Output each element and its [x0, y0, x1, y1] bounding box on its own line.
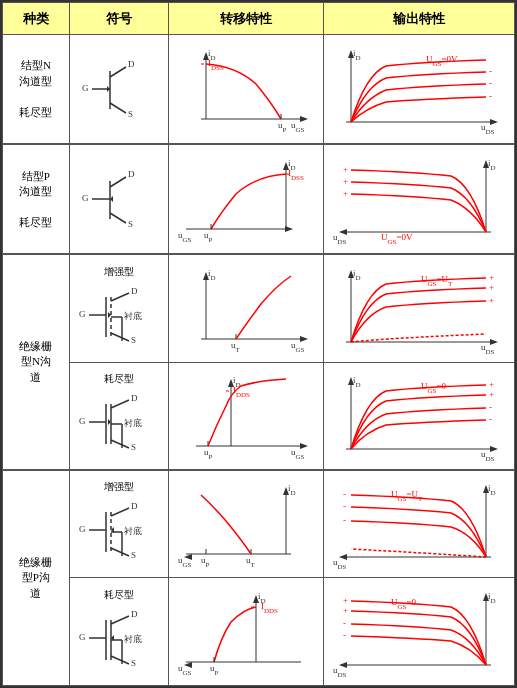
svg-text:S: S	[131, 335, 136, 345]
svg-text:-: -	[343, 630, 346, 640]
type-cell-jn: 结型N沟道型耗尽型	[3, 35, 70, 145]
svg-text:uP: uP	[204, 447, 213, 461]
svg-text:uP: uP	[278, 120, 287, 134]
svg-text:+: +	[343, 188, 348, 198]
symbol-cell-pmos-d: 耗尽型 G 衬底 D S	[69, 578, 169, 686]
svg-marker-71	[300, 336, 308, 342]
svg-text:衬底: 衬底	[124, 634, 142, 644]
output-cell-jp: iD uDS UGS=0V + + +	[323, 144, 514, 254]
svg-text:uP: uP	[204, 230, 213, 244]
svg-marker-39	[285, 226, 293, 232]
symbol-cell-nmos-d: 耗尽型 G 衬底 D S	[69, 362, 169, 470]
svg-marker-101	[300, 443, 308, 449]
main-table: 种类 符号 转移特性 输出特性 结型N沟道型耗尽型 G	[0, 0, 517, 688]
svg-marker-134	[184, 554, 192, 560]
svg-line-123	[111, 508, 129, 516]
svg-text:uGS: uGS	[291, 120, 305, 134]
svg-text:D: D	[131, 286, 138, 296]
svg-text:IDDS: IDDS	[233, 385, 250, 399]
svg-text:iD: iD	[353, 268, 361, 282]
transfer-cell-pmos-d: iD uGS IDDS uP	[169, 578, 323, 686]
svg-line-156	[111, 656, 129, 664]
svg-marker-49	[339, 229, 347, 235]
svg-text:G: G	[79, 632, 86, 642]
svg-text:+: +	[343, 176, 348, 186]
output-cell-nmos-e: iD uDS UGS=UT + + +	[323, 254, 514, 362]
svg-marker-176	[339, 662, 347, 668]
svg-text:D: D	[131, 501, 138, 511]
svg-text:uP: uP	[201, 555, 210, 569]
svg-text:uT: uT	[246, 555, 256, 569]
svg-text:uGS: uGS	[291, 447, 305, 461]
symbol-cell-jn: G D S	[69, 35, 169, 145]
svg-text:衬底: 衬底	[124, 418, 142, 428]
svg-text:IDSS: IDSS	[288, 168, 304, 182]
svg-line-155	[111, 616, 129, 624]
symbol-cell-pmos-e: 增强型 G 衬底 D S	[69, 470, 169, 578]
svg-text:-: -	[489, 78, 492, 88]
svg-text:+: +	[489, 389, 494, 399]
svg-line-31	[110, 177, 126, 187]
output-cell-nmos-d: iD uDS UGS=0 + + - -	[323, 362, 514, 470]
transfer-cell-jp: iD uGS uP IDSS	[169, 144, 323, 254]
svg-text:G: G	[79, 416, 86, 426]
svg-text:G: G	[79, 524, 86, 534]
svg-line-124	[111, 548, 129, 556]
svg-text:S: S	[128, 109, 133, 119]
svg-text:iD: iD	[208, 268, 216, 282]
header-output: 输出特性	[323, 3, 514, 35]
svg-text:-: -	[343, 515, 346, 525]
svg-text:iD: iD	[488, 158, 496, 172]
svg-line-60	[111, 293, 129, 301]
output-cell-pmos-d: iD uDS UGS=0 + + - -	[323, 578, 514, 686]
svg-line-3	[110, 67, 126, 77]
svg-line-61	[111, 333, 129, 341]
output-cell-jn: iD uDS UGS=0V - - -	[323, 35, 514, 145]
svg-text:+: +	[489, 282, 494, 292]
svg-line-32	[110, 213, 126, 223]
svg-text:D: D	[131, 393, 138, 403]
svg-text:iD: iD	[488, 483, 496, 497]
svg-text:D: D	[131, 609, 138, 619]
header-transfer: 转移特性	[169, 3, 323, 35]
transfer-cell-jn: iD uGS IDSS uP	[169, 35, 323, 145]
svg-text:S: S	[128, 219, 133, 229]
svg-text:-: -	[343, 618, 346, 628]
svg-text:+: +	[343, 164, 348, 174]
svg-marker-166	[184, 662, 192, 668]
svg-text:-: -	[489, 402, 492, 412]
header-symbol: 符号	[69, 3, 169, 35]
svg-text:衬底: 衬底	[124, 311, 142, 321]
svg-text:IDDS: IDDS	[261, 601, 278, 615]
svg-text:iD: iD	[488, 591, 496, 605]
svg-text:-: -	[489, 414, 492, 424]
svg-marker-144	[339, 554, 347, 560]
svg-line-4	[110, 103, 126, 113]
svg-text:S: S	[131, 442, 136, 452]
svg-text:G: G	[79, 309, 86, 319]
svg-text:衬底: 衬底	[124, 526, 142, 536]
svg-line-91	[111, 440, 129, 448]
svg-marker-79	[490, 339, 498, 345]
svg-text:+: +	[489, 295, 494, 305]
output-cell-pmos-e: iD uDS UGS=UT - - -	[323, 470, 514, 578]
svg-text:uT: uT	[231, 340, 241, 354]
symbol-cell-nmos-e: 增强型 G 衬底	[69, 254, 169, 362]
svg-text:-: -	[343, 489, 346, 499]
svg-text:iD: iD	[288, 483, 296, 497]
type-cell-jp: 结型P沟道型耗尽型	[3, 144, 70, 254]
svg-text:UGS=0V: UGS=0V	[381, 232, 413, 244]
symbol-cell-jp: G D S	[69, 144, 169, 254]
svg-text:+: +	[489, 379, 494, 389]
svg-text:uGS: uGS	[291, 340, 305, 354]
type-cell-nmos-e: 绝缘栅型N沟道	[3, 254, 70, 470]
type-cell-pmos: 绝缘栅型P沟道	[3, 470, 70, 686]
transfer-cell-nmos-d: iD uGS IDDS uP	[169, 362, 323, 470]
transfer-cell-nmos-e: iD uGS uT	[169, 254, 323, 362]
svg-text:-: -	[343, 501, 346, 511]
svg-text:uP: uP	[210, 663, 219, 677]
transfer-cell-pmos-e: iD uGS uT uP	[169, 470, 323, 578]
svg-text:G: G	[82, 193, 89, 203]
svg-text:+: +	[489, 272, 494, 282]
svg-text:iD: iD	[353, 375, 361, 389]
